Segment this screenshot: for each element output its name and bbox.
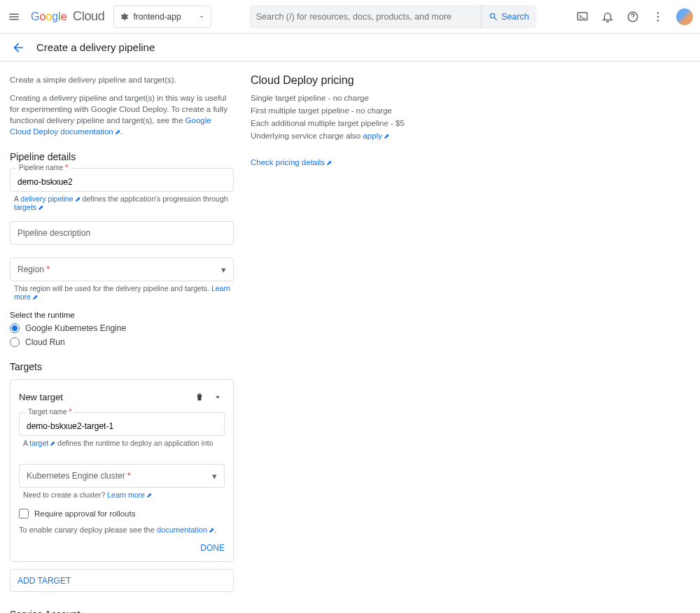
price-line: Single target pipeline - no charge <box>251 94 489 102</box>
canary-docs-link[interactable]: documentation⬈ <box>157 526 214 534</box>
price-line: Underlying service charge also apply⬈ <box>251 132 489 140</box>
intro-text-2: Creating a delivery pipeline and target(… <box>10 92 234 137</box>
project-name: frontend-app <box>134 12 181 22</box>
more-icon[interactable] <box>650 8 666 25</box>
search-button-label: Search <box>501 12 529 22</box>
require-approval-checkbox[interactable]: Require approval for rollouts <box>19 509 225 519</box>
google-logo-icon: Google <box>31 10 70 24</box>
target-name-label: Target name * <box>25 408 74 416</box>
target-link[interactable]: target⬈ <box>29 439 55 447</box>
external-link-icon: ⬈ <box>326 159 332 167</box>
cloud-text: Cloud <box>73 9 105 24</box>
chevron-down-icon: ▾ <box>212 471 217 481</box>
add-target-button[interactable]: ADD TARGET <box>10 569 234 592</box>
target-card: New target Target name * A target⬈ defin… <box>10 379 234 562</box>
target-name-helper: A target⬈ defines the runtime to deploy … <box>23 439 225 447</box>
project-icon <box>120 12 130 22</box>
service-account-heading: Service Account <box>10 609 234 613</box>
svg-point-5 <box>657 19 659 21</box>
external-link-icon: ⬈ <box>146 491 152 499</box>
target-card-header: New target <box>19 390 225 404</box>
targets-heading: Targets <box>10 361 234 372</box>
check-pricing-link[interactable]: Check pricing details⬈ <box>251 158 332 167</box>
external-link-icon: ⬈ <box>50 439 55 447</box>
svg-point-4 <box>657 15 659 17</box>
external-link-icon: ⬈ <box>209 526 214 534</box>
service-account-section: Service Account By default Cloud Deploy … <box>10 609 234 613</box>
hamburger-menu-icon[interactable] <box>6 8 22 25</box>
search-icon <box>489 12 498 22</box>
pipeline-name-helper: A delivery pipeline⬈ defines the applica… <box>14 195 234 211</box>
user-avatar[interactable] <box>675 7 694 27</box>
collapse-target-icon[interactable] <box>211 390 225 404</box>
pipeline-name-field[interactable]: Pipeline name * <box>10 168 234 192</box>
top-bar: Google Cloud frontend-app Search <box>0 0 700 34</box>
region-field[interactable]: Region * ▾ <box>10 258 234 281</box>
google-cloud-logo[interactable]: Google Cloud <box>31 9 105 24</box>
intro-text: Create a simple delivery pipeline and ta… <box>10 74 234 85</box>
delivery-pipeline-link[interactable]: delivery pipeline⬈ <box>20 195 80 203</box>
targets-link[interactable]: targets⬈ <box>14 203 43 211</box>
back-arrow-icon[interactable] <box>11 41 25 55</box>
svg-point-3 <box>657 12 659 14</box>
cluster-learn-more-link[interactable]: Learn more⬈ <box>107 491 152 499</box>
target-done-button[interactable]: DONE <box>200 543 225 553</box>
pipeline-description-input[interactable] <box>10 222 233 244</box>
cluster-helper: Need to create a cluster? Learn more⬈ <box>23 491 225 499</box>
search-input[interactable] <box>249 12 481 22</box>
search-button[interactable]: Search <box>481 5 536 29</box>
sub-header: Create a delivery pipeline <box>0 34 700 62</box>
external-link-icon: ⬈ <box>32 293 38 301</box>
project-selector[interactable]: frontend-app <box>113 6 211 28</box>
chevron-down-icon <box>198 13 205 20</box>
price-line: Each additional multiple target pipeline… <box>251 119 489 127</box>
search-box: Search <box>249 5 536 29</box>
runtime-heading: Select the runtime <box>10 311 234 319</box>
require-approval-input[interactable] <box>19 509 29 519</box>
pipeline-name-input[interactable] <box>10 169 233 191</box>
region-helper: This region will be used for the deliver… <box>14 284 234 301</box>
main-content: Create a simple delivery pipeline and ta… <box>0 62 700 613</box>
svg-text:Google: Google <box>31 10 67 22</box>
price-line: First multiple target pipeline - no char… <box>251 106 489 115</box>
search-wrap: Search <box>220 5 566 29</box>
external-link-icon: ⬈ <box>384 132 389 140</box>
left-column: Create a simple delivery pipeline and ta… <box>10 74 234 613</box>
external-link-icon: ⬈ <box>75 195 80 203</box>
target-card-title: New target <box>19 392 63 402</box>
runtime-gke-option[interactable]: Google Kubernetes Engine <box>10 323 234 333</box>
pipeline-description-field[interactable]: Pipeline description <box>10 221 234 245</box>
runtime-cloudrun-radio[interactable] <box>10 337 20 347</box>
notifications-icon[interactable] <box>599 8 616 25</box>
page-title: Create a delivery pipeline <box>36 41 155 53</box>
runtime-cloudrun-option[interactable]: Cloud Run <box>10 337 234 347</box>
pricing-heading: Cloud Deploy pricing <box>251 74 489 87</box>
target-name-field[interactable]: Target name * <box>19 412 225 436</box>
delete-target-icon[interactable] <box>192 390 206 404</box>
target-name-input[interactable] <box>20 413 224 435</box>
cluster-field[interactable]: Kubernetes Engine cluster * ▾ <box>19 464 225 488</box>
cloud-shell-icon[interactable] <box>574 8 591 25</box>
chevron-down-icon: ▾ <box>221 265 226 275</box>
runtime-gke-radio[interactable] <box>10 323 20 333</box>
help-icon[interactable] <box>624 8 641 25</box>
external-link-icon: ⬈ <box>115 128 120 136</box>
pricing-panel: Cloud Deploy pricing Single target pipel… <box>251 74 489 613</box>
canary-text: To enable canary deploy please see the d… <box>19 526 225 534</box>
external-link-icon: ⬈ <box>38 204 43 211</box>
pipeline-details-heading: Pipeline details <box>10 151 234 162</box>
pipeline-name-label: Pipeline name * <box>16 164 71 171</box>
pricing-apply-link[interactable]: apply⬈ <box>363 132 389 140</box>
